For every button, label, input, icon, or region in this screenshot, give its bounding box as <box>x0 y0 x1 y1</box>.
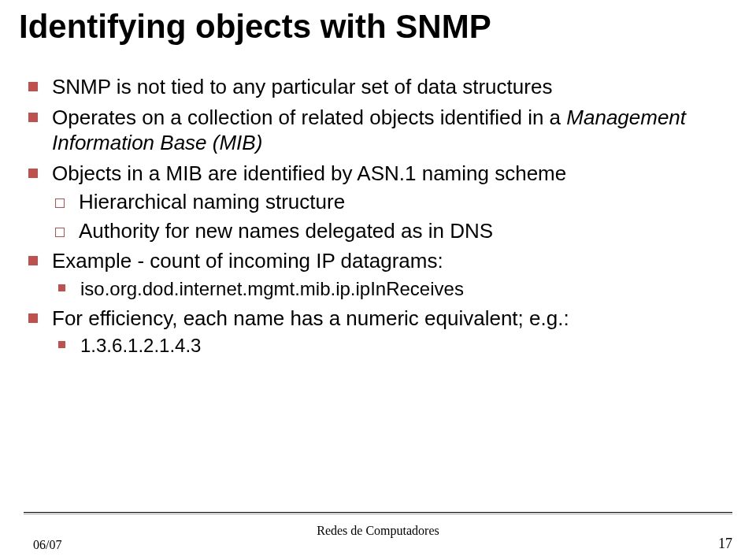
bullet-text: Authority for new names delegated as in … <box>79 219 493 243</box>
sub-sub-bullet-item: 1.3.6.1.2.1.4.3 <box>58 334 732 358</box>
bullet-text: Objects in a MIB are identified by ASN.1… <box>52 161 566 185</box>
bullet-item: SNMP is not tied to any particular set o… <box>28 74 732 100</box>
bullet-text: Operates on a collection of related obje… <box>52 106 566 129</box>
sub-sub-list: 1.3.6.1.2.1.4.3 <box>58 334 732 358</box>
footer-divider <box>24 512 732 513</box>
slide: Identifying objects with SNMP SNMP is no… <box>0 0 756 560</box>
bullet-text: SNMP is not tied to any particular set o… <box>52 75 552 98</box>
sub-sub-bullet-item: iso.org.dod.internet.mgmt.mib.ip.ipInRec… <box>58 277 732 301</box>
bullet-item: Operates on a collection of related obje… <box>28 105 732 156</box>
code-text: iso.org.dod.internet.mgmt.mib.ip.ipInRec… <box>80 278 464 299</box>
sub-sub-list: iso.org.dod.internet.mgmt.mib.ip.ipInRec… <box>58 277 732 301</box>
slide-body: SNMP is not tied to any particular set o… <box>24 74 732 358</box>
bullet-text: For efficiency, each name has a numeric … <box>52 306 569 330</box>
page-number: 17 <box>718 536 732 552</box>
footer-date: 06/07 <box>33 538 61 552</box>
bullet-item: Example - count of incoming IP datagrams… <box>28 248 732 301</box>
sub-bullet-item: Hierarchical naming structure <box>55 189 732 215</box>
bullet-text: Hierarchical naming structure <box>79 190 345 213</box>
bullet-item: For efficiency, each name has a numeric … <box>28 306 732 358</box>
sub-bullet-item: Authority for new names delegated as in … <box>55 218 732 244</box>
oid-text: 1.3.6.1.2.1.4.3 <box>80 335 201 356</box>
bullet-list: SNMP is not tied to any particular set o… <box>28 74 732 358</box>
bullet-item: Objects in a MIB are identified by ASN.1… <box>28 161 732 244</box>
footer-center-text: Redes de Computadores <box>0 524 756 538</box>
bullet-text: Example - count of incoming IP datagrams… <box>52 249 443 273</box>
sub-list: Hierarchical naming structure Authority … <box>55 189 732 243</box>
slide-title: Identifying objects with SNMP <box>19 8 732 46</box>
